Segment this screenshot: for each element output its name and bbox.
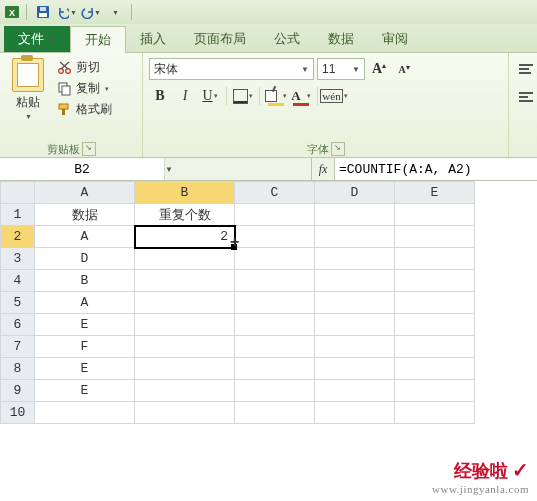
bold-button[interactable]: B	[149, 85, 171, 107]
dialog-launcher-icon[interactable]: ↘	[82, 142, 96, 156]
align-left-button[interactable]	[515, 86, 537, 108]
fill-color-button[interactable]: ▾	[265, 85, 287, 107]
copy-button[interactable]: 复制 ▾	[54, 79, 115, 98]
italic-button[interactable]: I	[174, 85, 196, 107]
cell[interactable]	[315, 402, 395, 424]
spreadsheet-grid[interactable]: A B C D E 1 数据 重复个数 2 A 2 3 D 4 B 5 A 6 …	[0, 181, 537, 424]
cell[interactable]	[395, 402, 475, 424]
row-header[interactable]: 6	[1, 314, 35, 336]
cell[interactable]	[135, 270, 235, 292]
cell[interactable]	[395, 248, 475, 270]
cell[interactable]	[315, 380, 395, 402]
cell[interactable]	[315, 204, 395, 226]
cell[interactable]	[235, 204, 315, 226]
cell[interactable]: E	[35, 380, 135, 402]
cell[interactable]	[235, 248, 315, 270]
cell[interactable]	[315, 248, 395, 270]
cell[interactable]	[235, 270, 315, 292]
formula-bar-input[interactable]	[335, 158, 537, 180]
cell[interactable]: A	[35, 292, 135, 314]
cell[interactable]	[235, 358, 315, 380]
font-color-button[interactable]: A ▾	[290, 85, 312, 107]
name-box[interactable]: ▼	[0, 158, 131, 180]
redo-button[interactable]: ▼	[81, 3, 101, 21]
cell[interactable]	[135, 358, 235, 380]
font-size-combo[interactable]: 11 ▼	[317, 58, 365, 80]
cell[interactable]	[395, 314, 475, 336]
tab-file[interactable]: 文件 ▼	[4, 26, 70, 52]
cell[interactable]	[135, 380, 235, 402]
cell-selected[interactable]: 2	[135, 226, 235, 248]
cell[interactable]	[35, 402, 135, 424]
row-header[interactable]: 8	[1, 358, 35, 380]
cell[interactable]	[315, 292, 395, 314]
tab-formulas[interactable]: 公式	[260, 26, 314, 52]
cell[interactable]: E	[35, 314, 135, 336]
tab-layout[interactable]: 页面布局	[180, 26, 260, 52]
phonetic-button[interactable]: wén▾	[323, 85, 345, 107]
tab-home[interactable]: 开始	[70, 26, 126, 53]
font-name-combo[interactable]: 宋体 ▼	[149, 58, 314, 80]
fx-icon[interactable]: fx	[311, 158, 335, 180]
cell[interactable]	[135, 402, 235, 424]
cell[interactable]	[395, 336, 475, 358]
row-header[interactable]: 5	[1, 292, 35, 314]
save-button[interactable]	[33, 3, 53, 21]
align-top-button[interactable]	[515, 58, 537, 80]
shrink-font-button[interactable]: A▾	[393, 58, 415, 80]
cell[interactable]	[315, 226, 395, 248]
cell[interactable]	[235, 336, 315, 358]
cell[interactable]	[135, 292, 235, 314]
row-header[interactable]: 4	[1, 270, 35, 292]
cell[interactable]	[235, 380, 315, 402]
cell[interactable]	[315, 336, 395, 358]
dialog-launcher-icon[interactable]: ↘	[331, 142, 345, 156]
tab-review[interactable]: 审阅	[368, 26, 422, 52]
cell[interactable]	[395, 358, 475, 380]
select-all-corner[interactable]	[1, 182, 35, 204]
paste-button[interactable]: 粘贴 ▼	[10, 56, 46, 122]
cell[interactable]	[395, 226, 475, 248]
row-header[interactable]: 7	[1, 336, 35, 358]
underline-button[interactable]: U▾	[199, 85, 221, 107]
cell[interactable]	[235, 226, 315, 248]
column-header[interactable]: A	[35, 182, 135, 204]
cell[interactable]: D	[35, 248, 135, 270]
cut-button[interactable]: 剪切	[54, 58, 115, 77]
cell[interactable]	[315, 314, 395, 336]
row-header[interactable]: 3	[1, 248, 35, 270]
border-button[interactable]: ▾	[232, 85, 254, 107]
column-header[interactable]: E	[395, 182, 475, 204]
cell[interactable]: 数据	[35, 204, 135, 226]
tab-insert[interactable]: 插入	[126, 26, 180, 52]
tab-data[interactable]: 数据	[314, 26, 368, 52]
cell[interactable]	[395, 292, 475, 314]
cell[interactable]: E	[35, 358, 135, 380]
cell[interactable]	[235, 292, 315, 314]
cell[interactable]: A	[35, 226, 135, 248]
row-header[interactable]: 2	[1, 226, 35, 248]
row-header[interactable]: 9	[1, 380, 35, 402]
cell[interactable]	[235, 402, 315, 424]
column-header[interactable]: B	[135, 182, 235, 204]
cell[interactable]	[395, 270, 475, 292]
cell[interactable]	[395, 380, 475, 402]
qat-customize-button[interactable]: ▼	[105, 3, 125, 21]
cell[interactable]	[235, 314, 315, 336]
cell[interactable]	[135, 248, 235, 270]
cell[interactable]: 重复个数	[135, 204, 235, 226]
column-header[interactable]: D	[315, 182, 395, 204]
cell[interactable]	[135, 336, 235, 358]
column-header[interactable]: C	[235, 182, 315, 204]
row-header[interactable]: 10	[1, 402, 35, 424]
cell[interactable]	[135, 314, 235, 336]
cell[interactable]	[395, 204, 475, 226]
cell[interactable]	[315, 358, 395, 380]
cell[interactable]: F	[35, 336, 135, 358]
grow-font-button[interactable]: A▴	[368, 58, 390, 80]
cell[interactable]: B	[35, 270, 135, 292]
format-painter-button[interactable]: 格式刷	[54, 100, 115, 119]
undo-button[interactable]: ▼	[57, 3, 77, 21]
cell[interactable]	[315, 270, 395, 292]
row-header[interactable]: 1	[1, 204, 35, 226]
